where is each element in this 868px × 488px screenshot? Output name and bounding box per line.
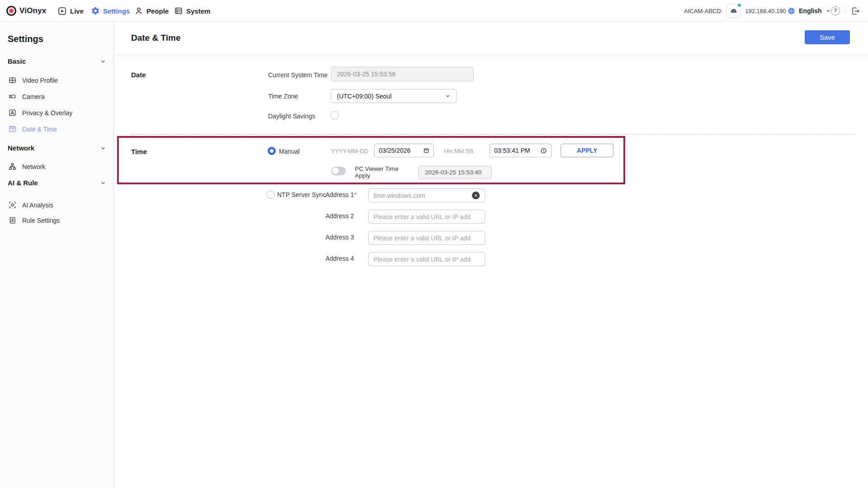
nav-people[interactable]: People — [134, 0, 169, 22]
help-icon[interactable]: ? — [831, 6, 840, 15]
clock-icon — [540, 147, 547, 154]
vionyx-logo-icon — [6, 6, 16, 16]
current-system-time-label: Current System Time — [268, 71, 327, 79]
address-1-label: Address 1* — [326, 191, 357, 198]
save-button[interactable]: Save — [805, 30, 850, 44]
rule-doc-icon — [8, 216, 17, 225]
nav-system[interactable]: System — [174, 0, 210, 22]
dome-camera-icon — [729, 6, 738, 15]
manual-label: Manual — [279, 148, 300, 155]
logout-icon[interactable] — [851, 7, 860, 15]
server-icon — [174, 6, 183, 15]
sidebar-section-network[interactable]: Network — [8, 144, 106, 152]
manual-time-input[interactable]: 03:53:41 PM — [490, 144, 552, 157]
sidebar-item-ai-analysis[interactable]: AI Analysis — [0, 197, 114, 212]
person-icon — [134, 6, 143, 15]
pc-viewer-label: PC Viewer Time Apply — [355, 166, 403, 179]
network-icon — [8, 162, 17, 171]
date-format-label: YYYY-MM-DD — [331, 148, 368, 155]
daylight-savings-label: Daylight Savings — [268, 113, 315, 120]
time-zone-select[interactable]: (UTC+09:00) Seoul — [331, 89, 457, 103]
address-4-input[interactable] — [368, 252, 485, 266]
required-asterisk: * — [354, 191, 356, 198]
daylight-savings-checkbox[interactable] — [331, 112, 339, 119]
camera-icon — [8, 92, 17, 101]
video-profile-icon — [8, 76, 17, 84]
globe-icon — [788, 7, 795, 15]
sidebar-item-rule-settings[interactable]: Rule Settings — [0, 212, 114, 228]
sidebar-item-date-time[interactable]: Date & Time — [0, 121, 114, 136]
header-divider — [114, 55, 868, 55]
privacy-icon — [8, 108, 17, 117]
pc-viewer-toggle[interactable] — [331, 167, 346, 175]
page-title: Date & Time — [131, 33, 180, 43]
ai-scan-icon — [8, 201, 17, 209]
sidebar-item-camera[interactable]: Camera — [0, 89, 114, 104]
sidebar-title: Settings — [8, 34, 43, 44]
address-1-input[interactable] — [368, 188, 485, 202]
address-4-label: Address 4 — [326, 255, 354, 262]
nav-live[interactable]: Live — [57, 0, 84, 22]
device-camera-button[interactable] — [726, 4, 741, 18]
topbar-divider — [845, 6, 846, 16]
device-ip: 192.168.40.190 — [745, 8, 786, 14]
date-section-heading: Date — [131, 71, 146, 79]
sidebar-section-basic[interactable]: Basic — [8, 57, 106, 65]
chevron-down-icon — [100, 180, 106, 186]
sidebar-item-network[interactable]: Network — [0, 159, 114, 174]
chevron-down-icon — [445, 93, 451, 99]
sidebar-item-video-profile[interactable]: Video Profile — [0, 72, 114, 88]
gear-icon — [91, 6, 100, 15]
time-zone-label: Time Zone — [268, 93, 298, 100]
calendar-clock-icon — [8, 125, 17, 133]
manual-radio[interactable] — [268, 147, 276, 155]
apply-button[interactable]: APPLY — [561, 144, 613, 157]
sidebar-section-ai-rule[interactable]: AI & Rule — [8, 179, 106, 187]
clear-icon[interactable] — [472, 192, 480, 199]
address-3-input[interactable] — [368, 231, 485, 245]
pc-viewer-time-field: 2026-03-25 15:53:40 — [418, 166, 492, 179]
language-switcher[interactable]: English — [788, 0, 831, 22]
address-2-label: Address 2 — [326, 212, 354, 220]
topbar-utils: ? — [831, 0, 860, 22]
language-label: English — [799, 7, 822, 14]
chevron-down-icon — [826, 8, 831, 14]
manual-date-input[interactable]: 03/25/2026 — [374, 144, 434, 157]
address-3-label: Address 3 — [326, 234, 354, 241]
address-2-input[interactable] — [368, 210, 485, 224]
brand-name: ViOnyx — [19, 6, 46, 15]
current-system-time-field: 2026-03-25 15:53:56 — [331, 67, 474, 81]
sidebar-item-privacy-overlay[interactable]: Privacy & Overlay — [0, 105, 114, 120]
topbar-right: AICAM-ABCD: 192.168.40.190 — [684, 0, 786, 22]
app-root: ViOnyx Live Settings People System AICAM… — [0, 0, 868, 488]
time-format-label: HH:MM:SS — [444, 148, 473, 155]
ntp-label: NTP Server Sync — [277, 191, 326, 198]
ntp-radio[interactable] — [267, 191, 275, 199]
play-icon — [57, 6, 67, 16]
chevron-down-icon — [100, 145, 106, 151]
chevron-down-icon — [100, 58, 106, 65]
device-name: AICAM-ABCD: — [684, 8, 722, 14]
time-section-heading: Time — [131, 148, 147, 155]
section-divider — [131, 134, 854, 135]
calendar-icon — [423, 147, 429, 154]
brand-logo[interactable]: ViOnyx — [6, 6, 46, 16]
status-green-dot — [737, 3, 741, 7]
nav-settings[interactable]: Settings — [91, 0, 130, 22]
